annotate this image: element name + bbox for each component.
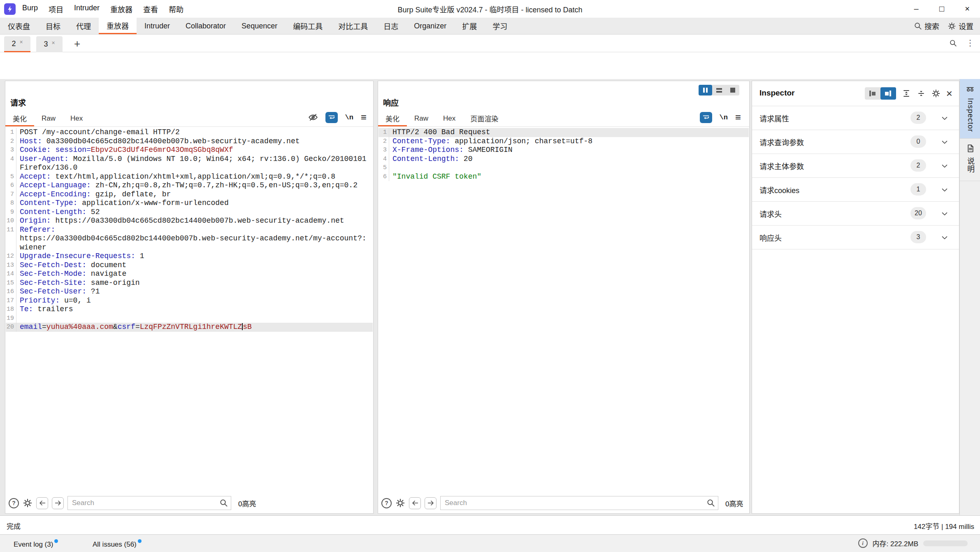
- info-icon[interactable]: i: [858, 538, 868, 548]
- code-row[interactable]: 16Sec-Fetch-User: ?1: [6, 287, 373, 296]
- inspector-section[interactable]: 响应头3: [752, 226, 959, 249]
- chevron-down-icon[interactable]: [941, 162, 949, 170]
- chevron-down-icon[interactable]: [941, 186, 949, 194]
- side-tab-inspector[interactable]: Inspector: [960, 79, 980, 138]
- search-settings-gear-icon[interactable]: [395, 498, 405, 508]
- menu-item[interactable]: Burp: [22, 4, 38, 14]
- code-row[interactable]: 11Referer:: [6, 226, 373, 235]
- view-tab[interactable]: 美化: [5, 112, 34, 126]
- main-tab[interactable]: Intruder: [137, 18, 178, 34]
- code-row[interactable]: wiener: [6, 243, 373, 252]
- code-row[interactable]: 20email=yuhua%40aaa.com&csrf=LzqFPzZnVTR…: [6, 323, 373, 332]
- code-row[interactable]: 19: [6, 314, 373, 323]
- help-icon[interactable]: ?: [9, 498, 19, 508]
- dock-left-button[interactable]: [865, 87, 880, 100]
- layout-columns-button[interactable]: [699, 85, 712, 95]
- main-tab[interactable]: Collaborator: [178, 18, 234, 34]
- main-tab[interactable]: 扩展: [454, 18, 485, 34]
- code-row[interactable]: 3X-Frame-Options: SAMEORIGIN: [379, 146, 749, 155]
- word-wrap-toggle[interactable]: [325, 112, 338, 123]
- maximize-button[interactable]: □: [929, 0, 954, 18]
- next-match-button[interactable]: [52, 497, 64, 509]
- code-row[interactable]: 17Priority: u=0, i: [6, 296, 373, 305]
- word-wrap-toggle[interactable]: [700, 112, 712, 123]
- view-tab[interactable]: 美化: [378, 112, 407, 126]
- help-icon[interactable]: ?: [381, 498, 392, 508]
- global-search-button[interactable]: 搜索: [914, 21, 939, 31]
- all-issues-button[interactable]: All issues (56): [93, 539, 142, 549]
- close-button[interactable]: ×: [954, 0, 980, 18]
- layout-rows-button[interactable]: [712, 85, 726, 95]
- overflow-menu-icon[interactable]: ⋮: [966, 38, 974, 48]
- main-tab[interactable]: 代理: [68, 18, 99, 34]
- response-editor[interactable]: 1HTTP/2 400 Bad Request2Content-Type: ap…: [379, 128, 749, 181]
- view-tab[interactable]: 页面渲染: [463, 112, 506, 126]
- newline-toggle[interactable]: \n: [345, 114, 353, 121]
- main-tab[interactable]: Sequencer: [234, 18, 285, 34]
- inspector-section[interactable]: 请求属性2: [752, 106, 959, 130]
- code-row[interactable]: 14Sec-Fetch-Mode: navigate: [6, 270, 373, 279]
- minimize-button[interactable]: –: [903, 0, 929, 18]
- prev-match-button[interactable]: [409, 497, 421, 509]
- code-row[interactable]: https://0a3300db04c665cd802bc14400eb007b…: [6, 234, 373, 243]
- add-tab-button[interactable]: +: [74, 37, 80, 50]
- editor-menu-icon[interactable]: ≡: [735, 112, 741, 123]
- code-row[interactable]: 4Content-Length: 20: [379, 155, 749, 164]
- chevron-down-icon[interactable]: [941, 210, 949, 218]
- hide-nonprinting-eye-off-icon[interactable]: [308, 112, 318, 122]
- inspector-section[interactable]: 请求头20: [752, 202, 959, 226]
- menu-item[interactable]: 项目: [49, 4, 63, 14]
- inspector-section[interactable]: 请求查询参数0: [752, 130, 959, 154]
- code-row[interactable]: 3Cookie: session=Ebpv2uC3dUf4Fe6mrO43Omq…: [6, 146, 373, 155]
- code-row[interactable]: 2Host: 0a3300db04c665cd802bc14400eb007b.…: [6, 137, 373, 146]
- search-settings-gear-icon[interactable]: [23, 498, 33, 508]
- code-row[interactable]: Firefox/136.0: [6, 163, 373, 172]
- layout-single-button[interactable]: [726, 85, 739, 95]
- next-match-button[interactable]: [425, 497, 437, 509]
- event-log-button[interactable]: Event log (3): [14, 539, 58, 549]
- code-row[interactable]: 8Content-Type: application/x-www-form-ur…: [6, 199, 373, 208]
- repeater-tab[interactable]: 3×: [36, 36, 63, 52]
- menu-item[interactable]: 帮助: [169, 4, 183, 14]
- main-tab[interactable]: 重放器: [99, 18, 137, 34]
- repeater-tab[interactable]: 2×: [4, 36, 30, 52]
- request-editor[interactable]: 1POST /my-account/change-email HTTP/22Ho…: [6, 128, 373, 332]
- newline-toggle[interactable]: \n: [720, 114, 728, 121]
- main-tab[interactable]: 仪表盘: [0, 18, 38, 34]
- chevron-down-icon[interactable]: [941, 138, 949, 147]
- dock-right-button[interactable]: [880, 87, 896, 100]
- close-inspector-icon[interactable]: ×: [946, 89, 952, 98]
- code-row[interactable]: 4User-Agent: Mozilla/5.0 (Windows NT 10.…: [6, 155, 373, 164]
- close-tab-icon[interactable]: ×: [51, 40, 55, 46]
- code-row[interactable]: 7Accept-Encoding: gzip, deflate, br: [6, 190, 373, 199]
- code-row[interactable]: 2Content-Type: application/json; charset…: [379, 137, 749, 146]
- code-row[interactable]: 15Sec-Fetch-Site: same-origin: [6, 279, 373, 288]
- code-row[interactable]: 5Accept: text/html,application/xhtml+xml…: [6, 172, 373, 182]
- expand-all-icon[interactable]: [902, 89, 911, 98]
- code-row[interactable]: 1HTTP/2 400 Bad Request: [379, 128, 749, 137]
- code-row[interactable]: 10Origin: https://0a3300db04c665cd802bc1…: [6, 217, 373, 226]
- search-tabs-icon[interactable]: [949, 39, 957, 47]
- code-row[interactable]: 6Accept-Language: zh-CN,zh;q=0.8,zh-TW;q…: [6, 181, 373, 190]
- editor-menu-icon[interactable]: ≡: [361, 112, 367, 123]
- view-tab[interactable]: Hex: [63, 112, 90, 126]
- main-tab[interactable]: 编码工具: [285, 18, 330, 34]
- chevron-down-icon[interactable]: [941, 114, 949, 123]
- main-tab[interactable]: Organizer: [406, 18, 454, 34]
- inspector-section[interactable]: 请求cookies1: [752, 178, 959, 202]
- main-tab[interactable]: 对比工具: [330, 18, 376, 34]
- main-tab[interactable]: 学习: [485, 18, 515, 34]
- menu-item[interactable]: Intruder: [74, 4, 100, 14]
- code-row[interactable]: 1POST /my-account/change-email HTTP/2: [6, 128, 373, 137]
- response-search-input[interactable]: [440, 496, 718, 510]
- close-tab-icon[interactable]: ×: [19, 39, 23, 45]
- prev-match-button[interactable]: [36, 497, 48, 509]
- menu-item[interactable]: 查看: [143, 4, 158, 14]
- inspector-section[interactable]: 请求主体参数2: [752, 154, 959, 178]
- request-search-input[interactable]: [67, 496, 231, 510]
- collapse-all-icon[interactable]: [917, 89, 926, 98]
- code-row[interactable]: 9Content-Length: 52: [6, 208, 373, 217]
- main-tab[interactable]: 目标: [38, 18, 68, 34]
- view-tab[interactable]: Raw: [34, 112, 63, 126]
- view-tab[interactable]: Raw: [407, 112, 436, 126]
